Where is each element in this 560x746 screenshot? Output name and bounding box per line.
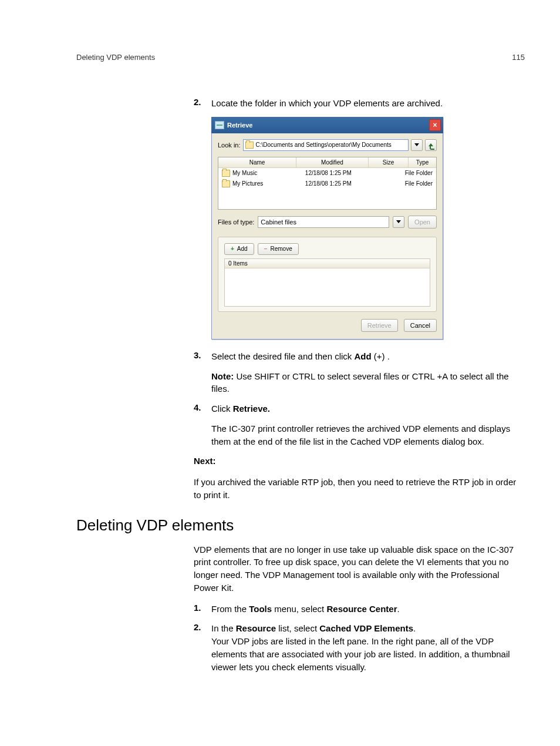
step-number: 2.	[194, 97, 211, 110]
file-size	[363, 169, 402, 177]
file-row[interactable]: My Music 12/18/08 1:25 PM File Folder	[218, 168, 436, 179]
section-intro: VDP elements that are no longer in use t…	[194, 543, 525, 594]
chevron-down-icon	[396, 220, 401, 223]
folder-icon	[245, 142, 254, 149]
section-step-1: 1. From the Tools menu, select Resource …	[194, 603, 525, 616]
section-step-2-body: Your VDP jobs are listed in the left pan…	[211, 635, 525, 673]
files-of-type-combo[interactable]: Cabinet files	[258, 216, 389, 228]
step-text: From the Tools menu, select Resource Cen…	[211, 603, 400, 616]
items-count: 0 Items	[225, 259, 430, 268]
file-name: My Pictures	[232, 180, 263, 187]
files-of-type-label: Files of type:	[218, 219, 254, 226]
minus-icon: −	[264, 246, 268, 252]
section-heading: Deleting VDP elements	[76, 516, 525, 535]
remove-button[interactable]: − Remove	[258, 243, 299, 255]
step-4-body: The IC-307 print controller retrieves th…	[211, 422, 525, 448]
file-name: My Music	[232, 170, 257, 176]
listview-header: Name Modified Size Type	[218, 157, 436, 168]
folder-icon	[222, 180, 230, 187]
step-3-note: Note: Use SHIFT or CTRL to select severa…	[211, 370, 525, 396]
lookin-path: C:\Documents and Settings\operator\My Do…	[256, 142, 406, 148]
step-2: 2. Locate the folder in which your VDP e…	[194, 97, 525, 110]
header-page-number: 115	[512, 53, 525, 62]
chevron-down-icon	[414, 143, 419, 146]
items-listbox[interactable]: 0 Items	[224, 258, 430, 307]
file-modified: 12/18/08 1:25 PM	[294, 169, 363, 177]
step-text: Locate the folder in which your VDP elem…	[211, 97, 443, 110]
step-number: 4.	[194, 402, 211, 415]
selected-items-panel: + Add − Remove 0 Items	[218, 237, 437, 312]
close-icon: ×	[433, 122, 437, 129]
col-size[interactable]: Size	[369, 157, 409, 167]
lookin-label: Look in:	[218, 142, 241, 149]
header-left: Deleting VDP elements	[76, 53, 155, 62]
cancel-button[interactable]: Cancel	[404, 319, 437, 332]
file-type: File Folder	[402, 180, 436, 188]
open-button[interactable]: Open	[408, 216, 437, 228]
files-of-type-value: Cabinet files	[261, 219, 296, 226]
step-4: 4. Click Retrieve.	[194, 402, 525, 415]
close-button[interactable]: ×	[429, 119, 441, 131]
step-text: Select the desired file and then click A…	[211, 350, 390, 363]
retrieve-dialog: Retrieve × Look in: C:\Documents and Set…	[211, 117, 443, 340]
lookin-combo[interactable]: C:\Documents and Settings\operator\My Do…	[243, 139, 409, 151]
next-body: If you archived the variable RTP job, th…	[194, 476, 525, 502]
folder-icon	[222, 170, 230, 177]
files-of-type-dropdown-button[interactable]	[393, 216, 404, 228]
add-button[interactable]: + Add	[224, 243, 254, 255]
step-number: 1.	[194, 603, 211, 616]
running-header: Deleting VDP elements 115	[76, 53, 525, 62]
file-modified: 12/18/08 1:25 PM	[294, 180, 363, 188]
col-type[interactable]: Type	[409, 157, 436, 167]
lookin-dropdown-button[interactable]	[411, 139, 423, 151]
step-3: 3. Select the desired file and then clic…	[194, 350, 525, 363]
section-step-2: 2. In the Resource list, select Cached V…	[194, 622, 525, 673]
file-row[interactable]: My Pictures 12/18/08 1:25 PM File Folder	[218, 179, 436, 189]
step-number: 3.	[194, 350, 211, 363]
step-text: In the Resource list, select Cached VDP …	[211, 622, 525, 673]
dialog-titlebar: Retrieve ×	[211, 117, 443, 133]
file-size	[363, 180, 402, 188]
step-text: Click Retrieve.	[211, 402, 270, 415]
col-name[interactable]: Name	[218, 157, 296, 167]
col-modified[interactable]: Modified	[296, 157, 369, 167]
next-label: Next:	[194, 455, 525, 468]
retrieve-button[interactable]: Retrieve	[361, 319, 398, 332]
dialog-icon	[215, 121, 224, 129]
up-folder-button[interactable]	[425, 139, 437, 151]
plus-icon: +	[231, 246, 234, 252]
remove-label: Remove	[270, 246, 292, 252]
file-type: File Folder	[402, 169, 436, 177]
up-arrow-icon	[429, 143, 433, 146]
dialog-title: Retrieve	[227, 122, 429, 129]
add-label: Add	[237, 246, 248, 252]
file-listview[interactable]: Name Modified Size Type My Music 12/18/0…	[218, 157, 437, 210]
step-number: 2.	[194, 622, 211, 673]
